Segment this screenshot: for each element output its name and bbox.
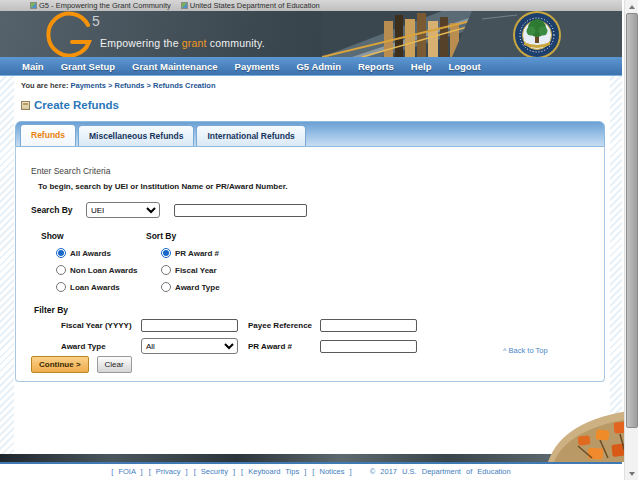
g5-banner-alt: G5 - Empowering the Grant Community xyxy=(30,1,171,10)
radio-award-type[interactable]: Award Type xyxy=(161,282,220,292)
ed-banner-alt-text: United States Department of Education xyxy=(190,1,320,10)
award-type-label: Award Type xyxy=(61,342,141,351)
main-area: You are here: Payments > Refunds > Refun… xyxy=(0,76,622,454)
nav-item-help[interactable]: Help xyxy=(411,61,432,72)
banner: 5 Empowering the grant community. xyxy=(0,11,622,57)
footer-photo-strip xyxy=(0,454,622,462)
award-type-select[interactable]: All xyxy=(141,338,238,354)
breadcrumb-path[interactable]: Payments > Refunds > Refunds Creation xyxy=(70,81,215,90)
alt-text-strip: G5 - Empowering the Grant Community Unit… xyxy=(0,0,622,11)
award-type-radio[interactable] xyxy=(161,282,171,292)
filter-grid: Fiscal Year (YYYY) Payee Reference Award… xyxy=(61,319,420,354)
footer-copyright: © 2017 U.S. Department of Education xyxy=(370,467,511,476)
footer-link-notices[interactable]: [ Notices ] xyxy=(312,467,351,476)
radio-pr-award[interactable]: PR Award # xyxy=(161,248,220,258)
main-nav: Main Grant Setup Grant Maintenance Payme… xyxy=(0,57,622,76)
fiscal-year-input[interactable] xyxy=(141,319,238,332)
tab-strip: Refunds Miscellaneous Refunds Internatio… xyxy=(15,121,605,147)
page: G5 - Empowering the Grant Community Unit… xyxy=(0,0,622,480)
scroll-up-button[interactable] xyxy=(626,1,638,12)
pr-award-label: PR Award # xyxy=(248,342,320,351)
nav-item-grant-maintenance[interactable]: Grant Maintenance xyxy=(132,61,218,72)
radio-all-awards[interactable]: All Awards xyxy=(56,248,146,258)
nav-item-main[interactable]: Main xyxy=(22,61,44,72)
window-icon xyxy=(21,101,30,110)
fiscal-year-label: Fiscal Year (YYYY) xyxy=(61,321,141,330)
scroll-down-button[interactable] xyxy=(626,468,638,479)
nav-item-payments[interactable]: Payments xyxy=(235,61,280,72)
radio-columns: Show All Awards Non Loan Awards xyxy=(41,231,220,299)
g5-logo-number: 5 xyxy=(92,13,100,29)
radio-loan-awards[interactable]: Loan Awards xyxy=(56,282,146,292)
nav-item-grant-setup[interactable]: Grant Setup xyxy=(61,61,115,72)
footer-link-keyboard-tips[interactable]: [ Keyboard Tips ] xyxy=(241,467,306,476)
search-input[interactable] xyxy=(174,204,307,217)
breadcrumb-prefix: You are here: xyxy=(21,81,68,90)
back-to-top-link[interactable]: ^ Back to Top xyxy=(503,346,548,355)
all-awards-radio[interactable] xyxy=(56,248,66,258)
payee-reference-input[interactable] xyxy=(320,319,417,332)
vertical-scrollbar[interactable] xyxy=(624,0,638,480)
tab-container: Refunds Miscellaneous Refunds Internatio… xyxy=(15,121,605,382)
caret-down-icon xyxy=(629,472,635,476)
nav-item-g5-admin[interactable]: G5 Admin xyxy=(296,61,341,72)
tab-miscellaneous-refunds[interactable]: Miscellaneous Refunds xyxy=(78,125,194,146)
radio-non-loan-awards[interactable]: Non Loan Awards xyxy=(56,265,146,275)
banner-tagline: Empowering the grant community. xyxy=(100,37,265,49)
content-column: You are here: Payments > Refunds > Refun… xyxy=(14,76,610,454)
sort-by-label: Sort By xyxy=(146,231,220,241)
filter-by-label: Filter By xyxy=(34,305,68,315)
g5-banner-alt-text: G5 - Empowering the Grant Community xyxy=(39,1,171,10)
caret-up-icon xyxy=(629,5,635,9)
loan-awards-radio[interactable] xyxy=(56,282,66,292)
tab-international-refunds[interactable]: International Refunds xyxy=(196,125,305,146)
search-by-row: Search By UEI xyxy=(31,202,307,218)
page-title: Create Refunds xyxy=(34,99,119,111)
scrollbar-thumb[interactable] xyxy=(626,13,638,428)
breadcrumb: You are here: Payments > Refunds > Refun… xyxy=(14,76,610,90)
footer-link-security[interactable]: [ Security ] xyxy=(194,467,235,476)
broken-image-icon xyxy=(181,2,188,9)
sort-by-group: Sort By PR Award # Fiscal Year xyxy=(146,231,220,299)
heading-row: Create Refunds xyxy=(21,99,610,111)
payee-reference-label: Payee Reference xyxy=(248,321,320,330)
banner-collage xyxy=(322,11,622,57)
nav-item-logout[interactable]: Logout xyxy=(448,61,480,72)
footer-link-privacy[interactable]: [ Privacy ] xyxy=(149,467,188,476)
search-instructions: To begin, search by UEI or Institution N… xyxy=(38,182,288,191)
ed-banner-alt: United States Department of Education xyxy=(181,1,320,10)
fiscal-year-radio[interactable] xyxy=(161,265,171,275)
g5-create-refunds-screen: G5 - Empowering the Grant Community Unit… xyxy=(0,0,640,480)
pr-award-input[interactable] xyxy=(320,340,417,353)
search-by-label: Search By xyxy=(31,205,86,215)
continue-button[interactable]: Continue > xyxy=(31,356,89,373)
radio-fiscal-year[interactable]: Fiscal Year xyxy=(161,265,220,275)
show-label: Show xyxy=(41,231,146,241)
g5-logo xyxy=(38,11,98,57)
pr-award-radio[interactable] xyxy=(161,248,171,258)
ed-seal-icon xyxy=(513,11,561,57)
button-row: Continue > Clear xyxy=(31,356,132,373)
tab-refunds[interactable]: Refunds xyxy=(20,124,76,146)
broken-image-icon xyxy=(30,2,37,9)
show-group: Show All Awards Non Loan Awards xyxy=(41,231,146,299)
search-by-select[interactable]: UEI xyxy=(86,202,160,218)
clear-button[interactable]: Clear xyxy=(97,356,132,373)
footer: [ FOIA ] [ Privacy ] [ Security ] [ Keyb… xyxy=(0,464,622,479)
non-loan-awards-radio[interactable] xyxy=(56,265,66,275)
section-title: Enter Search Criteria xyxy=(31,166,110,176)
footer-link-foia[interactable]: [ FOIA ] xyxy=(111,467,142,476)
classroom-photo xyxy=(548,406,634,462)
nav-item-reports[interactable]: Reports xyxy=(358,61,394,72)
